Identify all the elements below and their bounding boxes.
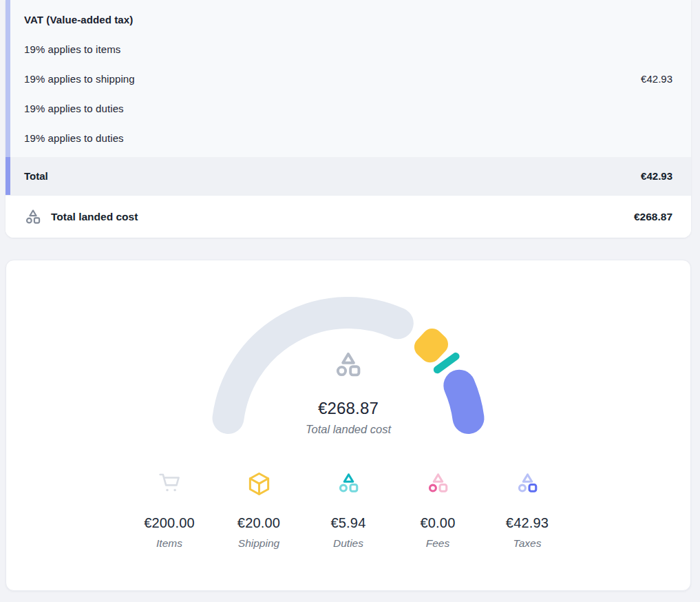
legend-value: €0.00 [393,515,482,531]
total-landed-cost-label: Total landed cost [51,211,138,223]
legend-value: €42.93 [482,515,572,531]
tax-detail-section: VAT (Value-added tax) 19% applies to ite… [6,0,691,157]
legend-item-shipping: €20.00 Shipping [214,471,304,550]
landed-cost-chart-card: €268.87 Total landed cost €200.00 Items [6,260,691,591]
legend-item-duties: €5.94 Duties [304,471,393,550]
taxes-shapes-icon [516,471,540,495]
tax-total-row: Total €42.93 [6,157,691,195]
tax-type-header: VAT (Value-added tax) [6,5,691,34]
tax-total-label: Total [24,170,48,182]
legend-value: €20.00 [214,515,304,531]
legend-label: Duties [304,537,393,550]
tax-detail-row: 19% applies to items [6,34,691,64]
tax-detail-text: 19% applies to shipping [24,73,135,85]
tax-summary-card: VAT (Value-added tax) 19% applies to ite… [6,0,691,238]
total-landed-cost-row: Total landed cost €268.87 [6,195,691,238]
tax-type-label: VAT (Value-added tax) [24,14,133,25]
legend-value: €200.00 [125,515,214,531]
tax-total-accent-bar [6,157,10,195]
legend-label: Items [125,537,214,550]
tax-detail-text: 19% applies to duties [24,132,124,144]
duties-shapes-icon [337,471,361,495]
legend-value: €5.94 [304,515,393,531]
package-box-icon [247,471,271,497]
tax-group-amount: €42.93 [641,73,672,85]
tax-total-amount: €42.93 [641,170,672,182]
landed-cost-shapes-icon [24,208,42,225]
tax-detail-text: 19% applies to duties [24,103,124,114]
tax-detail-row: 19% applies to duties [6,123,691,153]
fees-shapes-icon [426,471,450,495]
legend-label: Fees [393,537,482,550]
legend-item-fees: €0.00 Fees [393,471,482,550]
gauge-chart-area: €268.87 Total landed cost [6,288,690,457]
legend-item-items: €200.00 Items [125,471,214,550]
tax-group-accent-bar [6,0,10,157]
tax-detail-text: 19% applies to items [24,43,120,55]
tax-detail-row: 19% applies to shipping [6,64,691,94]
legend-label: Shipping [214,537,304,550]
tax-detail-row: 19% applies to duties [6,94,691,123]
shopping-cart-icon [157,471,182,494]
gauge-chart [197,288,500,457]
total-landed-cost-amount: €268.87 [634,211,672,223]
cost-breakdown-legend: €200.00 Items €20.00 Shipping [6,471,690,550]
legend-label: Taxes [482,537,572,550]
legend-item-taxes: €42.93 Taxes [482,471,572,550]
